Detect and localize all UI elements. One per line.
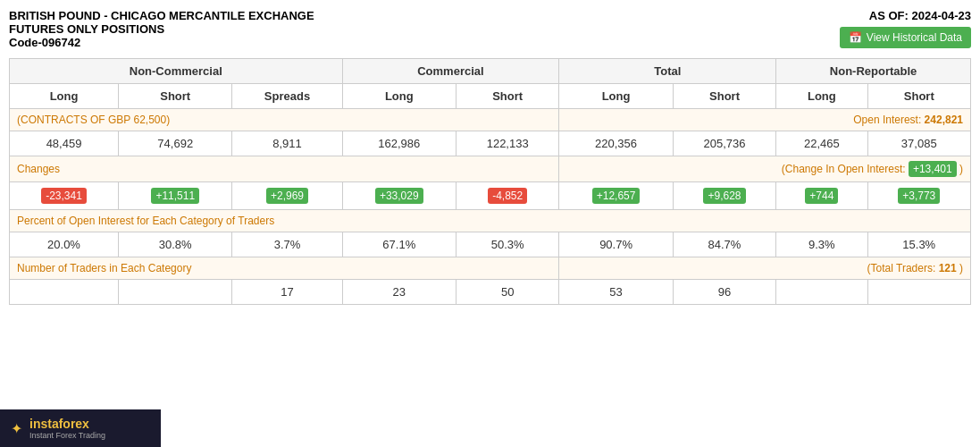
c-long-change: +33,029 bbox=[342, 182, 456, 210]
traders-label-row: Number of Traders in Each Category (Tota… bbox=[10, 257, 971, 280]
nr-long-header: Long bbox=[776, 84, 867, 109]
nr-short-change-badge: +3,773 bbox=[898, 188, 940, 204]
nc-spreads-pct: 3.7% bbox=[232, 232, 342, 257]
view-historical-button[interactable]: 📅 View Historical Data bbox=[840, 27, 971, 48]
c-long-value: 162,986 bbox=[342, 131, 456, 156]
non-commercial-header: Non-Commercial bbox=[10, 59, 343, 84]
change-oi-cell: (Change In Open Interest: +13,401 ) bbox=[559, 156, 971, 182]
c-short-change: -4,852 bbox=[456, 182, 559, 210]
c-long-header: Long bbox=[342, 84, 456, 109]
commercial-header: Commercial bbox=[342, 59, 559, 84]
total-traders-value: 121 bbox=[939, 262, 957, 274]
nc-spreads-change-badge: +2,969 bbox=[266, 188, 308, 204]
percent-label: Percent of Open Interest for Each Catego… bbox=[10, 210, 971, 232]
nc-long-value: 48,459 bbox=[10, 131, 119, 156]
t-long-pct: 90.7% bbox=[559, 232, 673, 257]
nc-short-value: 74,692 bbox=[119, 131, 232, 156]
t-long-header: Long bbox=[559, 84, 673, 109]
c-short-traders: 50 bbox=[456, 280, 559, 305]
changes-data-row: -23,341 +11,511 +2,969 +33,029 -4,852 +1… bbox=[10, 182, 971, 210]
nr-short-header: Short bbox=[867, 84, 971, 109]
nr-long-traders bbox=[776, 280, 867, 305]
instaforex-bar: ✦ instaforex Instant Forex Trading bbox=[0, 409, 161, 447]
open-interest-value: 242,821 bbox=[925, 114, 963, 126]
instaforex-logo: instaforex bbox=[29, 417, 105, 431]
non-reportable-header: Non-Reportable bbox=[776, 59, 971, 84]
header-section: BRITISH POUND - CHICAGO MERCANTILE EXCHA… bbox=[9, 9, 971, 49]
traders-data-row: 17 23 50 53 96 bbox=[10, 280, 971, 305]
nc-spreads-value: 8,911 bbox=[232, 131, 342, 156]
title-line2: FUTURES ONLY POSITIONS bbox=[9, 22, 314, 36]
title-line1: BRITISH POUND - CHICAGO MERCANTILE EXCHA… bbox=[9, 9, 314, 22]
nr-long-change: +744 bbox=[776, 182, 867, 210]
traders-label: Number of Traders in Each Category bbox=[10, 257, 559, 280]
group-header-row: Non-Commercial Commercial Total Non-Repo… bbox=[10, 59, 971, 84]
c-short-header: Short bbox=[456, 84, 559, 109]
t-long-change-badge: +12,657 bbox=[592, 188, 641, 204]
nr-long-change-badge: +744 bbox=[805, 188, 838, 204]
t-long-change: +12,657 bbox=[559, 182, 673, 210]
nc-long-change: -23,341 bbox=[10, 182, 119, 210]
t-short-traders: 96 bbox=[673, 280, 775, 305]
nr-short-pct: 15.3% bbox=[867, 232, 971, 257]
nc-spreads-header: Spreads bbox=[232, 84, 342, 109]
as-of-label: AS OF: 2024-04-23 bbox=[869, 9, 971, 22]
nc-spreads-traders: 17 bbox=[232, 280, 342, 305]
change-oi-label: (Change In Open Interest: bbox=[782, 163, 906, 175]
change-oi-value: +13,401 bbox=[909, 161, 957, 177]
c-long-change-badge: +33,029 bbox=[375, 188, 423, 204]
c-short-change-badge: -4,852 bbox=[488, 188, 527, 204]
nr-short-traders bbox=[867, 280, 971, 305]
change-oi-suffix: ) bbox=[959, 163, 963, 175]
main-data-row: 48,459 74,692 8,911 162,986 122,133 220,… bbox=[10, 131, 971, 156]
as-of-block: AS OF: 2024-04-23 📅 View Historical Data bbox=[840, 9, 971, 48]
col-header-row: Long Short Spreads Long Short Long Short… bbox=[10, 84, 971, 109]
instaforex-star-icon: ✦ bbox=[11, 420, 22, 437]
total-traders-cell: (Total Traders: 121 ) bbox=[559, 257, 971, 280]
t-short-value: 205,736 bbox=[673, 131, 775, 156]
main-container: BRITISH POUND - CHICAGO MERCANTILE EXCHA… bbox=[0, 0, 980, 447]
nc-long-change-badge: -23,341 bbox=[41, 188, 87, 204]
nc-long-pct: 20.0% bbox=[10, 232, 119, 257]
c-long-traders: 23 bbox=[342, 280, 456, 305]
open-interest-label: Open Interest: bbox=[853, 114, 921, 126]
t-short-header: Short bbox=[673, 84, 775, 109]
contracts-info: (CONTRACTS OF GBP 62,500) bbox=[10, 109, 559, 131]
nc-short-traders bbox=[119, 280, 232, 305]
c-short-pct: 50.3% bbox=[456, 232, 559, 257]
instaforex-tagline: Instant Forex Trading bbox=[29, 431, 105, 440]
nc-short-pct: 30.8% bbox=[119, 232, 232, 257]
changes-label: Changes bbox=[10, 156, 559, 182]
total-traders-suffix: ) bbox=[959, 262, 963, 274]
open-interest-cell: Open Interest: 242,821 bbox=[559, 109, 971, 131]
title-block: BRITISH POUND - CHICAGO MERCANTILE EXCHA… bbox=[9, 9, 314, 49]
t-long-value: 220,356 bbox=[559, 131, 673, 156]
nc-long-header: Long bbox=[10, 84, 119, 109]
view-historical-label: View Historical Data bbox=[867, 31, 962, 44]
changes-label-row: Changes (Change In Open Interest: +13,40… bbox=[10, 156, 971, 182]
nc-short-change-badge: +11,511 bbox=[151, 188, 199, 204]
nr-long-value: 22,465 bbox=[776, 131, 867, 156]
percent-data-row: 20.0% 30.8% 3.7% 67.1% 50.3% 90.7% 84.7%… bbox=[10, 232, 971, 257]
total-traders-label: (Total Traders: bbox=[867, 262, 936, 274]
nc-short-header: Short bbox=[119, 84, 232, 109]
t-short-change-badge: +9,628 bbox=[703, 188, 745, 204]
c-short-value: 122,133 bbox=[456, 131, 559, 156]
contracts-info-row: (CONTRACTS OF GBP 62,500) Open Interest:… bbox=[10, 109, 971, 131]
t-short-pct: 84.7% bbox=[673, 232, 775, 257]
main-table: Non-Commercial Commercial Total Non-Repo… bbox=[9, 58, 971, 305]
nr-short-value: 37,085 bbox=[867, 131, 971, 156]
t-short-change: +9,628 bbox=[673, 182, 775, 210]
nc-short-change: +11,511 bbox=[119, 182, 232, 210]
percent-label-row: Percent of Open Interest for Each Catego… bbox=[10, 210, 971, 232]
instaforex-text-block: instaforex Instant Forex Trading bbox=[29, 417, 105, 440]
calendar-icon: 📅 bbox=[849, 31, 862, 44]
title-line3: Code-096742 bbox=[9, 36, 314, 49]
total-header: Total bbox=[559, 59, 776, 84]
nr-short-change: +3,773 bbox=[867, 182, 971, 210]
nc-spreads-change: +2,969 bbox=[232, 182, 342, 210]
nr-long-pct: 9.3% bbox=[776, 232, 867, 257]
t-long-traders: 53 bbox=[559, 280, 673, 305]
nc-long-traders bbox=[10, 280, 119, 305]
c-long-pct: 67.1% bbox=[342, 232, 456, 257]
